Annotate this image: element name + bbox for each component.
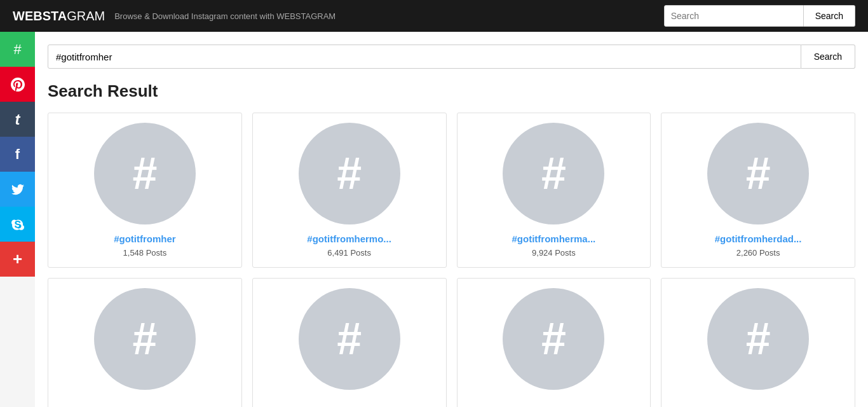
logo-bold: WEBSTA — [13, 9, 67, 23]
result-card-4[interactable]: # #gotitfromherdad... 2,260 Posts — [661, 113, 855, 268]
result-card-7[interactable]: # — [457, 278, 651, 407]
tumblr-button[interactable]: t — [0, 102, 35, 137]
hash-icon-2: # — [337, 151, 362, 196]
card-name-1: #gotitfromher — [114, 233, 176, 244]
card-avatar-6: # — [299, 288, 400, 390]
card-name-3: #gotitfromherma... — [512, 233, 596, 244]
card-posts-3: 9,924 Posts — [532, 248, 576, 258]
hash-icon-3: # — [541, 151, 566, 196]
main-content: Search Search Result # #gotitfromher 1,5… — [35, 32, 868, 407]
card-posts-1: 1,548 Posts — [123, 248, 167, 258]
header-search-button[interactable]: Search — [804, 5, 855, 27]
card-avatar-8: # — [707, 288, 809, 390]
result-card-6[interactable]: # — [252, 278, 447, 407]
hash-icon-7: # — [541, 317, 566, 361]
sub-search-bar: Search — [48, 45, 855, 69]
sub-search-input[interactable] — [48, 45, 801, 69]
sub-search-button[interactable]: Search — [801, 45, 855, 69]
result-card-5[interactable]: # — [48, 278, 242, 407]
results-grid: # #gotitfromher 1,548 Posts # #gotitfrom… — [48, 113, 855, 407]
card-avatar-1: # — [94, 123, 196, 224]
logo-rest: GRAM — [67, 9, 105, 23]
card-posts-2: 6,491 Posts — [327, 248, 371, 258]
hash-icon-4: # — [746, 151, 771, 196]
result-title: Search Result — [48, 81, 855, 101]
tagline: Browse & Download Instagram content with… — [114, 11, 663, 21]
hashtag-button[interactable]: # — [0, 32, 35, 67]
facebook-button[interactable]: f — [0, 137, 35, 172]
twitter-button[interactable] — [0, 172, 35, 207]
result-card-3[interactable]: # #gotitfromherma... 9,924 Posts — [457, 113, 651, 268]
hash-icon-5: # — [132, 317, 157, 361]
result-card-1[interactable]: # #gotitfromher 1,548 Posts — [48, 113, 242, 268]
card-avatar-2: # — [299, 123, 400, 224]
skype-button[interactable] — [0, 207, 35, 242]
card-posts-4: 2,260 Posts — [736, 248, 780, 258]
sidebar: # t f + — [0, 32, 35, 277]
header-search-input[interactable] — [664, 5, 804, 27]
hash-icon-1: # — [132, 151, 157, 196]
add-button[interactable]: + — [0, 242, 35, 277]
app-header: WEBSTAGRAM Browse & Download Instagram c… — [0, 0, 868, 32]
card-name-2: #gotitfromhermo... — [307, 233, 391, 244]
result-card-8[interactable]: # — [661, 278, 855, 407]
hash-icon-8: # — [746, 317, 771, 361]
card-avatar-3: # — [503, 123, 604, 224]
hash-icon-6: # — [337, 317, 362, 361]
result-card-2[interactable]: # #gotitfromhermo... 6,491 Posts — [252, 113, 447, 268]
card-avatar-4: # — [707, 123, 809, 224]
card-avatar-5: # — [94, 288, 196, 390]
card-name-4: #gotitfromherdad... — [715, 233, 802, 244]
card-avatar-7: # — [503, 288, 604, 390]
logo: WEBSTAGRAM — [13, 9, 105, 24]
pinterest-button[interactable] — [0, 67, 35, 102]
